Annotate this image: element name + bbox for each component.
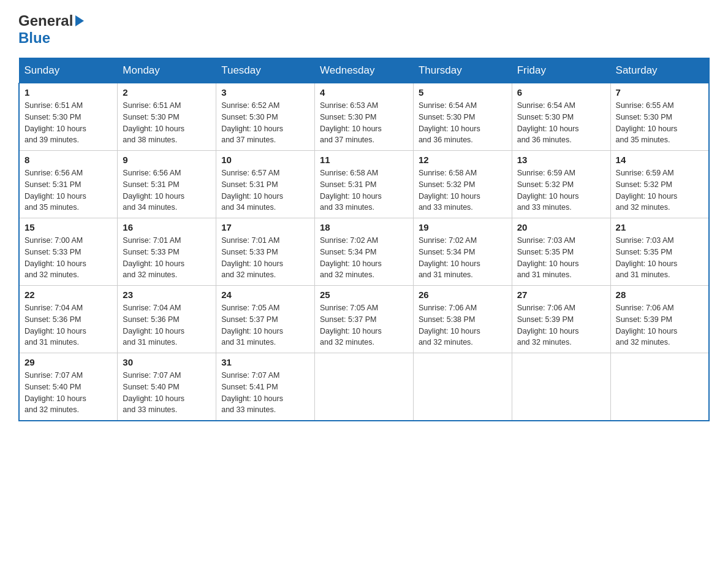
- calendar-cell: 20 Sunrise: 7:03 AMSunset: 5:35 PMDaylig…: [512, 218, 610, 286]
- calendar-cell: 15 Sunrise: 7:00 AMSunset: 5:33 PMDaylig…: [19, 218, 118, 286]
- calendar-cell: 6 Sunrise: 6:54 AMSunset: 5:30 PMDayligh…: [512, 83, 610, 151]
- weekday-header-tuesday: Tuesday: [216, 58, 315, 83]
- weekday-header-row: SundayMondayTuesdayWednesdayThursdayFrid…: [19, 58, 709, 83]
- weekday-header-thursday: Thursday: [413, 58, 512, 83]
- calendar-cell: 14 Sunrise: 6:59 AMSunset: 5:32 PMDaylig…: [610, 151, 709, 218]
- calendar-cell: 10 Sunrise: 6:57 AMSunset: 5:31 PMDaylig…: [216, 151, 315, 218]
- day-info: Sunrise: 7:02 AMSunset: 5:34 PMDaylight:…: [320, 236, 382, 279]
- day-info: Sunrise: 7:04 AMSunset: 5:36 PMDaylight:…: [123, 304, 184, 347]
- calendar-cell: 24 Sunrise: 7:05 AMSunset: 5:37 PMDaylig…: [216, 286, 315, 353]
- calendar-cell: 2 Sunrise: 6:51 AMSunset: 5:30 PMDayligh…: [118, 83, 216, 151]
- day-number: 10: [221, 155, 309, 165]
- calendar-cell: [315, 353, 414, 421]
- day-info: Sunrise: 7:03 AMSunset: 5:35 PMDaylight:…: [616, 236, 678, 279]
- day-number: 2: [123, 87, 211, 98]
- day-number: 6: [517, 87, 605, 98]
- logo: General Blue: [18, 12, 84, 47]
- weekday-header-monday: Monday: [118, 58, 216, 83]
- calendar-cell: 5 Sunrise: 6:54 AMSunset: 5:30 PMDayligh…: [413, 83, 512, 151]
- day-info: Sunrise: 7:07 AMSunset: 5:40 PMDaylight:…: [25, 371, 86, 414]
- calendar-week-5: 29 Sunrise: 7:07 AMSunset: 5:40 PMDaylig…: [19, 353, 709, 421]
- calendar-cell: 13 Sunrise: 6:59 AMSunset: 5:32 PMDaylig…: [512, 151, 610, 218]
- day-info: Sunrise: 6:59 AMSunset: 5:32 PMDaylight:…: [517, 169, 579, 212]
- day-number: 24: [221, 289, 309, 300]
- day-number: 12: [419, 155, 507, 165]
- calendar-cell: 22 Sunrise: 7:04 AMSunset: 5:36 PMDaylig…: [19, 286, 118, 353]
- calendar-cell: 29 Sunrise: 7:07 AMSunset: 5:40 PMDaylig…: [19, 353, 118, 421]
- calendar-cell: [413, 353, 512, 421]
- day-info: Sunrise: 7:01 AMSunset: 5:33 PMDaylight:…: [123, 236, 184, 279]
- day-info: Sunrise: 6:54 AMSunset: 5:30 PMDaylight:…: [517, 101, 579, 144]
- calendar-week-4: 22 Sunrise: 7:04 AMSunset: 5:36 PMDaylig…: [19, 286, 709, 353]
- day-number: 21: [616, 222, 703, 232]
- day-info: Sunrise: 7:07 AMSunset: 5:41 PMDaylight:…: [221, 371, 283, 414]
- day-number: 16: [123, 222, 211, 232]
- day-number: 30: [123, 357, 211, 367]
- calendar-week-2: 8 Sunrise: 6:56 AMSunset: 5:31 PMDayligh…: [19, 151, 709, 218]
- page-header: General Blue: [18, 12, 710, 47]
- day-info: Sunrise: 7:00 AMSunset: 5:33 PMDaylight:…: [25, 236, 86, 279]
- calendar-cell: 4 Sunrise: 6:53 AMSunset: 5:30 PMDayligh…: [315, 83, 414, 151]
- calendar-cell: 3 Sunrise: 6:52 AMSunset: 5:30 PMDayligh…: [216, 83, 315, 151]
- calendar-cell: 23 Sunrise: 7:04 AMSunset: 5:36 PMDaylig…: [118, 286, 216, 353]
- calendar-cell: 8 Sunrise: 6:56 AMSunset: 5:31 PMDayligh…: [19, 151, 118, 218]
- day-info: Sunrise: 6:54 AMSunset: 5:30 PMDaylight:…: [419, 101, 480, 144]
- calendar-cell: 17 Sunrise: 7:01 AMSunset: 5:33 PMDaylig…: [216, 218, 315, 286]
- calendar-cell: [512, 353, 610, 421]
- calendar-cell: 11 Sunrise: 6:58 AMSunset: 5:31 PMDaylig…: [315, 151, 414, 218]
- day-number: 9: [123, 155, 211, 165]
- weekday-header-sunday: Sunday: [19, 58, 118, 83]
- day-info: Sunrise: 6:53 AMSunset: 5:30 PMDaylight:…: [320, 101, 382, 144]
- day-number: 20: [517, 222, 605, 232]
- day-info: Sunrise: 7:03 AMSunset: 5:35 PMDaylight:…: [517, 236, 579, 279]
- day-info: Sunrise: 7:02 AMSunset: 5:34 PMDaylight:…: [419, 236, 480, 279]
- day-info: Sunrise: 6:56 AMSunset: 5:31 PMDaylight:…: [123, 169, 184, 212]
- day-number: 18: [320, 222, 408, 232]
- logo-blue-text: Blue: [18, 29, 50, 46]
- day-number: 5: [419, 87, 507, 98]
- day-info: Sunrise: 6:57 AMSunset: 5:31 PMDaylight:…: [221, 169, 283, 212]
- day-number: 3: [221, 87, 309, 98]
- day-info: Sunrise: 6:52 AMSunset: 5:30 PMDaylight:…: [221, 101, 283, 144]
- calendar-cell: 21 Sunrise: 7:03 AMSunset: 5:35 PMDaylig…: [610, 218, 709, 286]
- calendar-body: 1 Sunrise: 6:51 AMSunset: 5:30 PMDayligh…: [19, 83, 709, 421]
- day-info: Sunrise: 7:06 AMSunset: 5:38 PMDaylight:…: [419, 304, 480, 347]
- calendar-cell: 12 Sunrise: 6:58 AMSunset: 5:32 PMDaylig…: [413, 151, 512, 218]
- day-number: 15: [25, 222, 112, 232]
- calendar-cell: 16 Sunrise: 7:01 AMSunset: 5:33 PMDaylig…: [118, 218, 216, 286]
- day-info: Sunrise: 6:51 AMSunset: 5:30 PMDaylight:…: [123, 101, 184, 144]
- calendar-cell: 28 Sunrise: 7:06 AMSunset: 5:39 PMDaylig…: [610, 286, 709, 353]
- day-number: 1: [25, 87, 112, 98]
- logo-general-text: General: [18, 12, 73, 29]
- calendar-cell: [610, 353, 709, 421]
- day-info: Sunrise: 6:55 AMSunset: 5:30 PMDaylight:…: [616, 101, 678, 144]
- day-number: 29: [25, 357, 112, 367]
- day-number: 13: [517, 155, 605, 165]
- calendar-week-1: 1 Sunrise: 6:51 AMSunset: 5:30 PMDayligh…: [19, 83, 709, 151]
- day-number: 14: [616, 155, 703, 165]
- day-info: Sunrise: 7:07 AMSunset: 5:40 PMDaylight:…: [123, 371, 184, 414]
- weekday-header-saturday: Saturday: [610, 58, 709, 83]
- day-info: Sunrise: 7:05 AMSunset: 5:37 PMDaylight:…: [221, 304, 283, 347]
- calendar-header: SundayMondayTuesdayWednesdayThursdayFrid…: [19, 58, 709, 83]
- day-number: 25: [320, 289, 408, 300]
- day-info: Sunrise: 7:01 AMSunset: 5:33 PMDaylight:…: [221, 236, 283, 279]
- calendar-cell: 1 Sunrise: 6:51 AMSunset: 5:30 PMDayligh…: [19, 83, 118, 151]
- weekday-header-friday: Friday: [512, 58, 610, 83]
- calendar-table: SundayMondayTuesdayWednesdayThursdayFrid…: [18, 58, 710, 421]
- logo-arrow-icon: [75, 15, 84, 26]
- day-number: 8: [25, 155, 112, 165]
- day-info: Sunrise: 6:56 AMSunset: 5:31 PMDaylight:…: [25, 169, 86, 212]
- calendar-cell: 19 Sunrise: 7:02 AMSunset: 5:34 PMDaylig…: [413, 218, 512, 286]
- day-number: 7: [616, 87, 703, 98]
- day-number: 4: [320, 87, 408, 98]
- calendar-cell: 18 Sunrise: 7:02 AMSunset: 5:34 PMDaylig…: [315, 218, 414, 286]
- weekday-header-wednesday: Wednesday: [315, 58, 414, 83]
- day-info: Sunrise: 7:04 AMSunset: 5:36 PMDaylight:…: [25, 304, 86, 347]
- day-number: 27: [517, 289, 605, 300]
- day-info: Sunrise: 6:58 AMSunset: 5:32 PMDaylight:…: [419, 169, 480, 212]
- day-info: Sunrise: 6:58 AMSunset: 5:31 PMDaylight:…: [320, 169, 382, 212]
- calendar-cell: 7 Sunrise: 6:55 AMSunset: 5:30 PMDayligh…: [610, 83, 709, 151]
- day-number: 28: [616, 289, 703, 300]
- day-number: 23: [123, 289, 211, 300]
